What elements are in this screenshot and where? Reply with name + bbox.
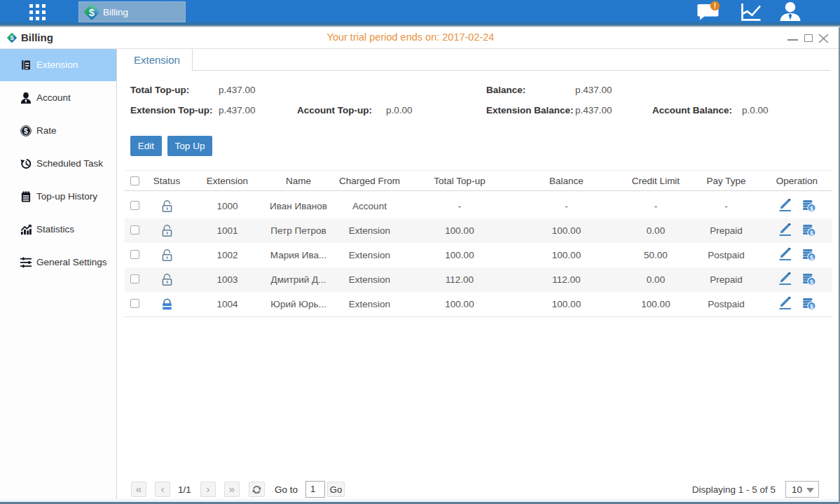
svg-text:!: ! bbox=[714, 1, 717, 10]
svg-text:$: $ bbox=[24, 126, 28, 134]
svg-text:$: $ bbox=[89, 6, 95, 18]
